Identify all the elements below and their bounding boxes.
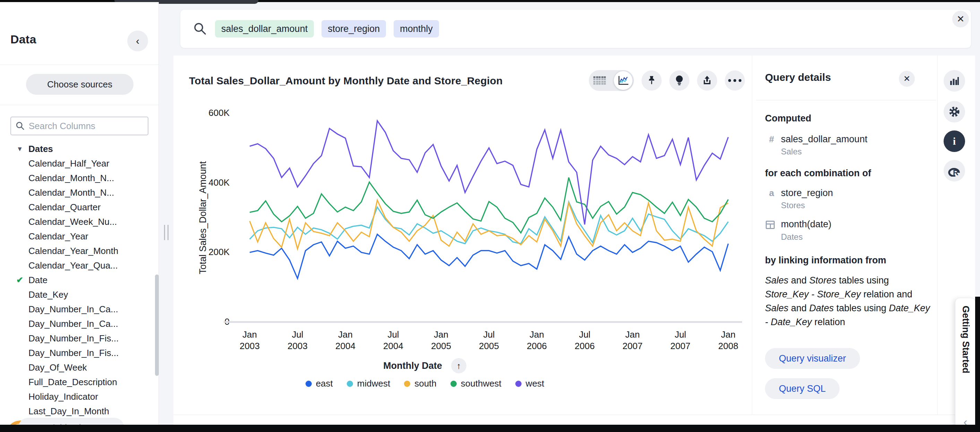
measure-name: sales_dollar_amount (781, 134, 867, 145)
divider (0, 105, 159, 105)
linking-heading: by linking information from (765, 255, 886, 266)
tree-group-dates[interactable]: ▾Dates (0, 142, 155, 156)
computed-heading: Computed (765, 113, 811, 124)
more-options-button[interactable] (725, 70, 745, 91)
tree-item-column[interactable]: Day_Number_In_Ca... (0, 302, 155, 316)
search-icon (193, 22, 207, 36)
gear-icon (948, 106, 960, 118)
tree-item-column[interactable]: Last_Day_In_Month (0, 404, 155, 418)
insights-button[interactable] (669, 70, 689, 91)
tree-item-column[interactable]: Day_Number_In_Fis... (0, 331, 155, 346)
query-visualizer-button[interactable]: Query visualizer (765, 348, 860, 369)
legend-item-southwest[interactable]: southwest (450, 378, 501, 389)
table-view-button[interactable] (590, 71, 609, 90)
legend-dot (515, 381, 522, 387)
legend-dot (347, 381, 353, 387)
share-icon (702, 75, 712, 86)
search-token[interactable]: monthly (394, 20, 439, 37)
chart-config-button[interactable] (943, 70, 965, 92)
share-button[interactable] (697, 70, 717, 91)
y-axis-title: Total Sales_Dollar_Amount (186, 117, 220, 318)
sidebar-title: Data (10, 33, 37, 46)
legend-item-west[interactable]: west (515, 378, 544, 389)
x-tick-label: Jan2006 (518, 329, 556, 352)
tree-item-column[interactable]: Day_Number_In_Ca... (0, 316, 155, 331)
window-right-edge (975, 297, 980, 432)
x-tick-label: Jul2004 (374, 329, 412, 352)
attribute-name: store_region (781, 188, 833, 198)
tree-item-column[interactable]: Calendar_Month_N... (0, 185, 155, 200)
sort-button[interactable]: ↑ (451, 358, 466, 373)
tree-item-column[interactable]: Date_Key (0, 287, 155, 302)
tree-item-column[interactable]: Holiday_Indicator (0, 389, 155, 404)
search-token-list: sales_dollar_amountstore_regionmonthly (215, 20, 439, 37)
x-axis-title: Monthly Date (383, 360, 442, 371)
legend-dot (305, 381, 312, 387)
tree-item-column[interactable]: Day_Of_Week (0, 360, 155, 375)
search-columns-field[interactable] (10, 116, 148, 135)
getting-started-label: Getting Started (960, 306, 971, 418)
search-columns-input[interactable] (29, 121, 143, 132)
search-token[interactable]: sales_dollar_amount (215, 20, 314, 37)
info-icon: i (953, 135, 956, 147)
window-bottom-edge (0, 425, 980, 432)
combination-heading: for each combination of (765, 168, 871, 179)
divider (937, 56, 938, 414)
legend-item-south[interactable]: south (404, 378, 437, 389)
getting-started-tab[interactable]: Getting Started ‹ (955, 298, 976, 430)
tree-item-column[interactable]: Calendar_Quarter (0, 200, 155, 214)
pin-button[interactable] (641, 70, 662, 91)
measure-hash-icon: # (766, 134, 778, 145)
panel-resize-handle[interactable] (163, 225, 169, 240)
x-tick-label: Jan2007 (614, 329, 652, 352)
table-icon (593, 77, 606, 85)
tree-item-column[interactable]: Calendar_Year_Qua... (0, 258, 155, 273)
tree-item-column[interactable]: Calendar_Week_Nu... (0, 214, 155, 229)
series-line-midwest (250, 202, 728, 244)
settings-button[interactable] (943, 101, 965, 123)
x-tick-label: Jul2003 (278, 329, 317, 352)
legend-dot (450, 381, 457, 387)
tree-item-column[interactable]: Calendar_Half_Year (0, 156, 155, 171)
divider (752, 56, 752, 414)
sidebar-scrollbar[interactable] (155, 274, 159, 376)
chevron-left-icon: ‹ (963, 418, 967, 425)
attribute-source: Stores (781, 201, 805, 210)
tree-item-column[interactable]: Calendar_Month_N... (0, 171, 155, 185)
search-close-button[interactable]: ✕ (952, 11, 969, 27)
close-icon: ✕ (957, 14, 965, 25)
search-bar[interactable]: sales_dollar_amountstore_regionmonthly (180, 10, 971, 48)
tree-item-column[interactable]: Calendar_Year (0, 229, 155, 244)
chevron-left-icon: ‹ (136, 35, 139, 47)
legend-item-midwest[interactable]: midwest (347, 378, 390, 389)
tree-item-column[interactable]: Full_Date_Description (0, 375, 155, 389)
choose-sources-button[interactable]: Choose sources (26, 74, 134, 95)
chart-view-button[interactable] (614, 71, 633, 90)
attribute-name: month(date) (781, 219, 832, 230)
chevron-down-icon: ▾ (14, 144, 25, 153)
measure-source: Sales (781, 147, 802, 156)
tree-item-column[interactable]: Day_Number_In_Fis... (0, 346, 155, 360)
legend-item-east[interactable]: east (305, 378, 333, 389)
search-token[interactable]: store_region (321, 20, 386, 37)
x-tick-label: Jan2008 (709, 329, 747, 352)
series-line-west (250, 121, 728, 225)
query-details-close-button[interactable]: ✕ (899, 71, 915, 87)
data-sidebar: Data ‹ Choose sources ▾DatesCalendar_Hal… (0, 2, 159, 432)
tree-item-column[interactable]: Calendar_Year_Month (0, 244, 155, 258)
query-sql-button[interactable]: Query SQL (765, 378, 840, 399)
chart-title: Total Sales_Dollar_Amount by Monthly Dat… (189, 75, 503, 87)
series-line-east (250, 234, 728, 278)
line-chart-icon (617, 75, 629, 86)
query-details-button[interactable]: i (943, 131, 965, 152)
x-tick-label: Jan2003 (231, 329, 269, 352)
tree-item-column[interactable]: ✔Date (0, 273, 155, 287)
sidebar-collapse-button[interactable]: ‹ (127, 30, 148, 51)
r-analysis-button[interactable]: R (943, 160, 965, 182)
chart-legend-area: Monthly Date ↑ eastmidwestsouthsouthwest… (222, 358, 628, 389)
ellipsis-icon (728, 79, 741, 82)
search-icon (15, 120, 25, 132)
chart-toolbar (589, 70, 745, 91)
svg-text:R: R (953, 168, 958, 177)
legend: eastmidwestsouthsouthwestwest (305, 378, 544, 389)
